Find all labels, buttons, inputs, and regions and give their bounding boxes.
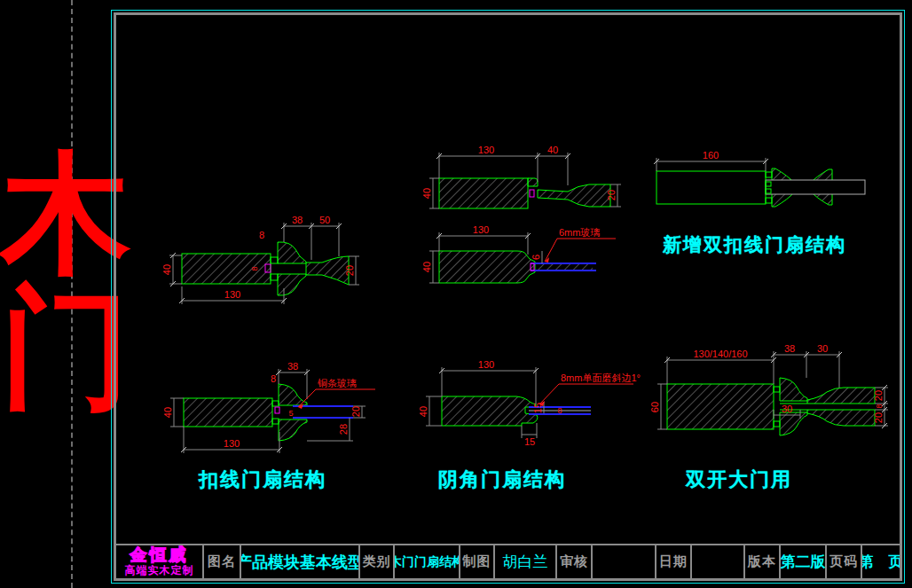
svg-text:40: 40 — [547, 145, 558, 155]
svg-text:6mm玻璃: 6mm玻璃 — [559, 227, 600, 238]
svg-text:60: 60 — [649, 402, 660, 412]
field-value-drawing-name: 产品模块基本线型 — [240, 545, 358, 578]
caption-double-door: 双开大门用 — [686, 466, 792, 493]
drawing-topright-double-koxian: 160 — [643, 151, 869, 217]
drawing-topleft-koxian-profile: 40 130 38 50 8 8 20 — [164, 207, 373, 311]
field-label-version: 版本 — [743, 545, 779, 578]
svg-text:38: 38 — [287, 361, 298, 372]
field-label-page: 页码 — [825, 545, 861, 578]
svg-text:40: 40 — [421, 262, 432, 272]
svg-text:30: 30 — [817, 343, 828, 354]
field-label-drawing-name: 图名 — [202, 545, 240, 578]
svg-text:8: 8 — [271, 373, 276, 384]
brand-logo: 金恒威 高端实木定制 — [116, 545, 202, 578]
profile-shapes — [667, 378, 875, 435]
brand-slogan: 高端实木定制 — [125, 565, 194, 576]
profile-shapes — [442, 396, 591, 426]
svg-text:40: 40 — [418, 406, 428, 417]
drawing-bottomright-double-door: 130/140/160 38 30 60 30 20 8 20 — [652, 346, 892, 466]
field-value-page: 第 页 — [861, 545, 900, 578]
drawing-midmid-glass-profile: 130 40 6 6mm玻璃 — [426, 223, 625, 294]
svg-text:40: 40 — [161, 264, 172, 275]
profile-shapes — [439, 178, 610, 208]
field-value-drafter: 胡白兰 — [493, 545, 555, 578]
profile-shapes — [184, 384, 353, 441]
profile-shapes — [439, 251, 596, 283]
svg-text:130/140/160: 130/140/160 — [693, 349, 747, 359]
svg-text:40: 40 — [421, 188, 432, 199]
svg-text:130: 130 — [473, 224, 489, 235]
svg-text:38: 38 — [292, 215, 303, 225]
svg-text:6: 6 — [531, 255, 541, 260]
svg-text:20: 20 — [344, 265, 355, 276]
svg-text:8: 8 — [259, 230, 264, 240]
field-value-date — [690, 545, 743, 578]
svg-text:20: 20 — [350, 406, 361, 417]
dimensions: 160 — [654, 150, 768, 171]
drawing-topmid-profile: 130 40 40 20 — [426, 144, 625, 219]
svg-text:130: 130 — [224, 438, 240, 449]
svg-text:5: 5 — [288, 409, 293, 418]
field-label-reviewer: 审核 — [555, 545, 591, 578]
svg-text:130: 130 — [224, 289, 240, 300]
field-label-drafter: 制图 — [459, 545, 493, 578]
svg-text:20: 20 — [606, 190, 617, 200]
title-block: 金恒威 高端实木定制 图名 产品模块基本线型 类别 木门门扇结构 制图 胡白兰 … — [116, 544, 900, 578]
field-label-category: 类别 — [358, 545, 393, 578]
svg-text:38: 38 — [784, 343, 795, 354]
svg-text:8mm单面磨斜边1°: 8mm单面磨斜边1° — [561, 372, 641, 383]
svg-text:铜条玻璃: 铜条玻璃 — [318, 378, 357, 388]
svg-text:130: 130 — [478, 145, 494, 155]
annotation-bevel: 8mm单面磨斜边1° — [539, 372, 641, 406]
svg-text:8: 8 — [875, 404, 884, 408]
field-value-category: 木门门扇结构 — [393, 545, 459, 578]
svg-text:20: 20 — [873, 390, 884, 401]
annotation-copper-strip-glass: 铜条玻璃 — [298, 378, 375, 409]
svg-text:15: 15 — [524, 436, 535, 447]
field-label-date: 日期 — [655, 545, 690, 578]
caption-yinjiao: 阴角门扇结构 — [438, 466, 566, 493]
svg-text:28: 28 — [338, 424, 349, 435]
margin-char-bottom: 门 — [0, 284, 114, 415]
profile-shapes — [182, 242, 349, 295]
svg-text:20: 20 — [873, 412, 884, 423]
caption-double-koxian: 新增双扣线门扇结构 — [663, 232, 846, 257]
svg-text:30: 30 — [782, 404, 792, 414]
svg-text:130: 130 — [478, 359, 494, 370]
drawing-bottomleft-koxian-glass: 40 130 38 8 5 20 28 铜条玻璃 — [160, 348, 377, 466]
svg-text:40: 40 — [162, 407, 173, 418]
profile-shapes — [656, 169, 865, 207]
caption-koxian: 扣线门扇结构 — [199, 466, 326, 493]
drawing-bottommid-yinjiao: 130 40 15 8 15 8mm单面磨斜边1° — [417, 357, 634, 450]
annotation-glass: 6mm玻璃 — [545, 227, 616, 263]
svg-text:160: 160 — [703, 150, 719, 161]
svg-text:8: 8 — [250, 266, 259, 270]
svg-text:8: 8 — [557, 406, 562, 415]
margin-char-top: 木 — [0, 149, 114, 280]
svg-text:50: 50 — [319, 215, 330, 225]
field-value-version: 第二版 — [779, 545, 825, 578]
field-value-reviewer — [591, 545, 655, 578]
brand-name: 金恒威 — [130, 546, 189, 565]
